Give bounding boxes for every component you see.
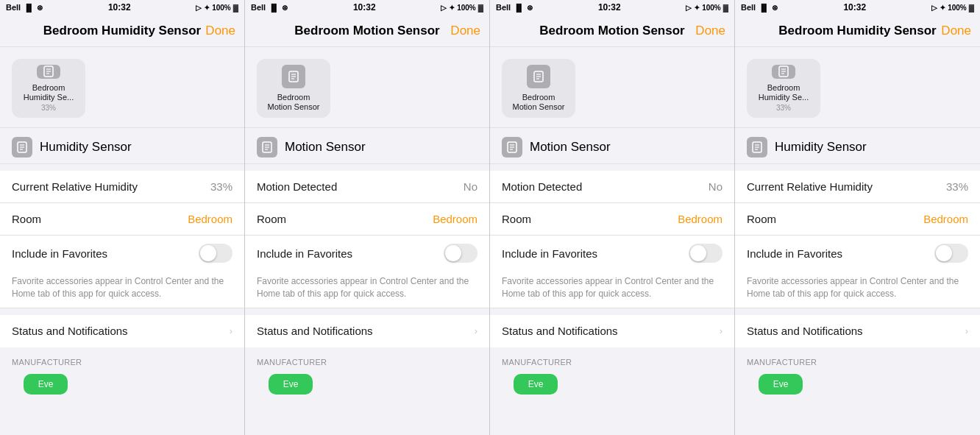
device-card-area: BedroomMotion Sensor (490, 47, 734, 128)
wifi-icon: ⊛ (37, 4, 43, 12)
status-notifications-section: Status and Notifications › (245, 315, 489, 347)
status-notifications-chevron: › (720, 325, 722, 336)
section-title: Motion Sensor (530, 140, 611, 155)
status-notifications-row[interactable]: Status and Notifications › (245, 315, 489, 347)
signal-icon: ▐▌ (759, 4, 769, 12)
device-card-name: BedroomMotion Sensor (268, 93, 320, 112)
status-bar: Bell ▐▌ ⊛ 10:32 ▷ ✦ 100% ▓ (0, 0, 244, 15)
status-bar: Bell ▐▌ ⊛ 10:32 ▷ ✦ 100% ▓ (735, 0, 980, 15)
battery-label: 100% (212, 4, 231, 12)
status-left: Bell ▐▌ ⊛ (496, 3, 533, 12)
divider (490, 164, 734, 170)
device-card[interactable]: BedroomMotion Sensor (257, 59, 330, 118)
favorites-toggle[interactable] (199, 244, 232, 263)
battery-label: 100% (948, 4, 967, 12)
status-left: Bell ▐▌ ⊛ (251, 3, 288, 12)
nav-bar: Bedroom Humidity Sensor Done (0, 15, 244, 47)
carrier-label: Bell (6, 3, 21, 12)
device-card[interactable]: BedroomHumidity Se... 33% (747, 59, 820, 118)
status-left: Bell ▐▌ ⊛ (741, 3, 778, 12)
list-row-room[interactable]: Room Bedroom (735, 203, 980, 236)
device-card[interactable]: BedroomHumidity Se... 33% (12, 59, 85, 118)
status-bar: Bell ▐▌ ⊛ 10:32 ▷ ✦ 100% ▓ (490, 0, 734, 15)
panel-2: Bell ▐▌ ⊛ 10:32 ▷ ✦ 100% ▓ Bedroom Motio… (245, 0, 490, 435)
section-gap-2 (490, 308, 734, 314)
location-icon: ▷ (686, 4, 692, 12)
row-label-0: Motion Detected (257, 180, 337, 193)
row-value-0: 33% (946, 180, 968, 193)
panel-4: Bell ▐▌ ⊛ 10:32 ▷ ✦ 100% ▓ Bedroom Humid… (735, 0, 980, 435)
done-button[interactable]: Done (695, 24, 725, 38)
carrier-label: Bell (251, 3, 266, 12)
nav-bar: Bedroom Motion Sensor Done (245, 15, 489, 47)
section-header: Motion Sensor (245, 128, 489, 164)
section-header-icon (12, 137, 32, 158)
device-card-icon (282, 65, 305, 88)
row-value-0: No (464, 180, 477, 193)
nav-title: Bedroom Motion Sensor (294, 24, 439, 38)
nav-bar: Bedroom Humidity Sensor Done (735, 15, 980, 47)
manufacturer-btn-area: Eve (245, 369, 489, 399)
row-value-0: No (709, 180, 722, 193)
row-label-1: Room (12, 213, 41, 225)
done-button[interactable]: Done (941, 24, 971, 38)
list-row-favorites: Include in Favorites (0, 236, 244, 271)
list-row-room[interactable]: Room Bedroom (490, 203, 734, 236)
manufacturer-btn-label: Eve (528, 379, 544, 389)
panel-3: Bell ▐▌ ⊛ 10:32 ▷ ✦ 100% ▓ Bedroom Motio… (490, 0, 735, 435)
done-button[interactable]: Done (205, 24, 235, 38)
section-title: Motion Sensor (285, 140, 366, 155)
location-icon: ▷ (441, 4, 447, 12)
row-value-0: 33% (210, 180, 232, 193)
manufacturer-btn-area: Eve (0, 369, 244, 399)
nav-title: Bedroom Humidity Sensor (778, 24, 936, 38)
time-label: 10:32 (598, 2, 621, 13)
time-label: 10:32 (353, 2, 376, 13)
list-row-room[interactable]: Room Bedroom (0, 203, 244, 236)
toggle-thumb (936, 245, 952, 261)
list-row-favorites: Include in Favorites (735, 236, 980, 271)
section-gap-3 (245, 347, 489, 353)
section-gap-3 (490, 347, 734, 353)
bt-icon: ✦ (940, 4, 945, 12)
row-label-1: Room (747, 213, 776, 225)
manufacturer-btn-label: Eve (283, 379, 299, 389)
status-notifications-row[interactable]: Status and Notifications › (735, 315, 980, 347)
manufacturer-button[interactable]: Eve (269, 374, 313, 395)
carrier-label: Bell (496, 3, 511, 12)
status-left: Bell ▐▌ ⊛ (6, 3, 43, 12)
list-row-favorites: Include in Favorites (490, 236, 734, 271)
row-value-1: Bedroom (678, 213, 722, 225)
nav-bar: Bedroom Motion Sensor Done (490, 15, 734, 47)
battery-icon: ▓ (969, 4, 974, 12)
manufacturer-button[interactable]: Eve (514, 374, 558, 395)
list-section: Motion Detected No Room Bedroom Include … (245, 171, 489, 271)
time-label: 10:32 (108, 2, 131, 13)
list-row-favorites: Include in Favorites (245, 236, 489, 271)
favorites-toggle[interactable] (934, 244, 968, 263)
time-label: 10:32 (843, 2, 866, 13)
done-button[interactable]: Done (450, 24, 480, 38)
divider (735, 164, 980, 170)
toggle-thumb (445, 245, 461, 261)
manufacturer-button[interactable]: Eve (24, 374, 68, 395)
battery-icon: ▓ (233, 4, 238, 12)
device-card-value: 33% (776, 104, 791, 112)
list-section: Current Relative Humidity 33% Room Bedro… (735, 171, 980, 271)
list-row-room[interactable]: Room Bedroom (245, 203, 489, 236)
favorites-note: Favorite accessories appear in Control C… (490, 271, 734, 308)
list-row-0: Current Relative Humidity 33% (735, 171, 980, 203)
device-card[interactable]: BedroomMotion Sensor (502, 59, 575, 118)
row-label-2: Include in Favorites (747, 247, 842, 260)
device-card-value: 33% (41, 104, 56, 112)
status-notifications-row[interactable]: Status and Notifications › (490, 315, 734, 347)
manufacturer-btn-area: Eve (735, 369, 980, 399)
favorites-toggle[interactable] (444, 244, 477, 263)
status-right: ▷ ✦ 100% ▓ (931, 4, 974, 12)
status-notifications-label: Status and Notifications (12, 325, 128, 337)
status-notifications-section: Status and Notifications › (490, 315, 734, 347)
status-notifications-row[interactable]: Status and Notifications › (0, 315, 244, 347)
signal-icon: ▐▌ (514, 4, 524, 12)
manufacturer-button[interactable]: Eve (759, 374, 803, 395)
favorites-toggle[interactable] (689, 244, 722, 263)
